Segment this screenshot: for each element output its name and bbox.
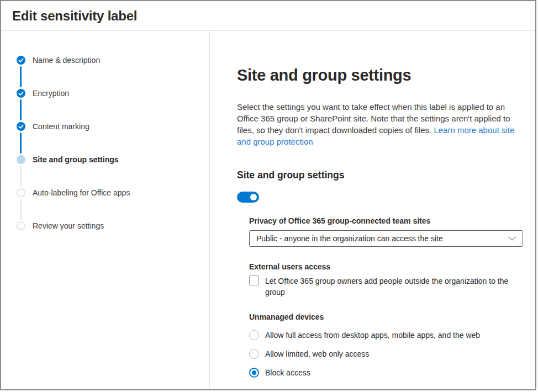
- chevron-down-icon: [508, 236, 516, 241]
- limited-access-radio[interactable]: [249, 349, 259, 359]
- sidebar-step-auto-labeling[interactable]: Auto-labeling for Office apps: [17, 188, 130, 197]
- external-users-checkbox[interactable]: [249, 276, 259, 285]
- step-completed-check-icon: [17, 89, 25, 98]
- step-label: Name & description: [33, 56, 100, 65]
- radio-row-full-access: Allow full access from desktop apps, mob…: [249, 330, 535, 340]
- sidebar-step-review-settings[interactable]: Review your settings: [17, 221, 104, 230]
- radio-row-limited-access: Allow limited, web only access: [249, 349, 535, 359]
- external-users-checkbox-row: Let Office 365 group owners add people o…: [249, 276, 535, 298]
- full-access-radio-label: Allow full access from desktop apps, mob…: [265, 331, 480, 340]
- main-content: Site and group settings Select the setti…: [210, 31, 535, 389]
- unmanaged-devices-label: Unmanaged devices: [249, 312, 535, 321]
- page-title: Site and group settings: [237, 66, 535, 84]
- section-heading: Site and group settings: [237, 169, 535, 181]
- step-connector: [20, 166, 22, 187]
- site-group-settings-toggle[interactable]: [237, 192, 259, 203]
- step-label: Review your settings: [33, 221, 104, 230]
- step-connector: [20, 199, 22, 220]
- step-upcoming-icon: [17, 221, 25, 230]
- step-completed-check-icon: [17, 56, 25, 65]
- full-access-radio[interactable]: [249, 330, 259, 340]
- sidebar-step-content-marking[interactable]: Content marking: [17, 122, 89, 131]
- toggle-knob: [250, 194, 257, 200]
- sidebar-step-site-group-settings[interactable]: Site and group settings: [17, 155, 119, 164]
- step-upcoming-icon: [17, 188, 25, 197]
- sidebar-step-encryption[interactable]: Encryption: [17, 89, 69, 98]
- step-label: Auto-labeling for Office apps: [33, 188, 130, 197]
- page-description: Select the settings you want to take eff…: [237, 101, 529, 147]
- block-access-radio-label: Block access: [265, 368, 310, 377]
- external-users-label: External users access: [249, 262, 535, 271]
- limited-access-radio-label: Allow limited, web only access: [265, 349, 369, 358]
- dialog-title: Edit sensitivity label: [12, 8, 137, 24]
- step-current-icon: [17, 155, 25, 164]
- external-users-checkbox-label: Let Office 365 group owners add people o…: [265, 276, 525, 298]
- sidebar-step-name-description[interactable]: Name & description: [17, 56, 100, 65]
- privacy-label: Privacy of Office 365 group-connected te…: [249, 216, 535, 225]
- dialog-header: Edit sensitivity label: [1, 1, 535, 31]
- privacy-dropdown[interactable]: Public - anyone in the organization can …: [249, 230, 523, 247]
- edit-sensitivity-label-dialog: Edit sensitivity label Name & descriptio…: [0, 0, 536, 390]
- privacy-dropdown-value: Public - anyone in the organization can …: [256, 234, 443, 243]
- step-label: Encryption: [33, 89, 69, 98]
- radio-row-block-access: Block access: [249, 368, 535, 378]
- step-label: Content marking: [33, 122, 89, 131]
- wizard-steps-sidebar: Name & description Encryption Content ma…: [1, 31, 210, 389]
- step-connector: [20, 99, 22, 120]
- step-connector: [20, 133, 22, 153]
- step-completed-check-icon: [17, 122, 25, 131]
- step-label: Site and group settings: [33, 155, 119, 164]
- step-connector: [20, 66, 22, 87]
- block-access-radio[interactable]: [249, 368, 259, 378]
- radio-dot: [252, 370, 256, 375]
